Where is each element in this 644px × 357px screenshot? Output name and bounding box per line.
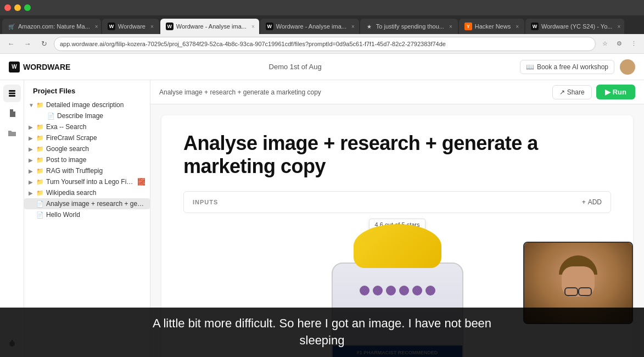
lego-emoji: 🧱 — [137, 178, 145, 186]
tree-item-exa[interactable]: ▶ 📁 Exa -- Search — [24, 121, 150, 132]
tab-close-w2[interactable]: × — [251, 24, 255, 30]
traffic-lights — [4, 4, 31, 11]
tab-wordware-analyse[interactable]: W Wordware - Analyse ima... × — [160, 19, 259, 34]
chevron-right-icon-exa: ▶ — [29, 124, 35, 130]
tab-favicon-amazon: 🛒 — [8, 23, 15, 30]
folder-icon-firecrawl: 📁 — [36, 135, 44, 142]
app-topbar-right: 📖 Book a free AI workshop — [520, 59, 635, 75]
tree-label-google: Google search — [46, 145, 145, 153]
folder-open-icon: 📁 — [36, 102, 44, 109]
tree-item-google[interactable]: ▶ 📁 Google search — [24, 143, 150, 154]
tree-label-firecrawl: FireCrawl Scrape — [46, 134, 145, 142]
project-panel-title: Project Files — [24, 87, 150, 99]
sidebar-icon-folder[interactable] — [3, 124, 21, 142]
book-workshop-button[interactable]: 📖 Book a free AI workshop — [520, 60, 614, 74]
sidebar-icon-file[interactable] — [3, 104, 21, 122]
main-toolbar: Analyse image + research + generate a ma… — [150, 80, 644, 104]
forward-button[interactable]: → — [21, 37, 34, 51]
tree-item-detailed-image[interactable]: ▼ 📁 Detailed image description — [24, 99, 150, 110]
run-label: Run — [613, 88, 626, 96]
tree-item-lego[interactable]: ▶ 📁 Turn Yourself into a Lego Figure 🧱 — [24, 176, 150, 187]
face-detail — [556, 255, 600, 310]
tab-wordware-yc[interactable]: W Wordware (YC S24) - Yo... × — [525, 19, 624, 34]
tab-close-w3[interactable]: × — [351, 24, 355, 30]
tab-justify[interactable]: ★ To justify spending thou... × — [360, 19, 458, 34]
back-button[interactable]: ← — [4, 37, 18, 51]
app-topbar: W WORDWARE Demo 1st of Aug 📖 Book a free… — [0, 54, 644, 80]
share-button[interactable]: ↗ Share — [552, 85, 592, 99]
tab-favicon-w4: W — [531, 23, 539, 30]
canvas-main-title: Analyse image + research + generate a ma… — [183, 132, 611, 178]
share-label: Share — [567, 88, 585, 96]
tree-item-rag[interactable]: ▶ 📁 RAG with Trufflepig — [24, 165, 150, 176]
tab-close-yc[interactable]: × — [617, 24, 620, 30]
extension-icon[interactable]: ⚙ — [613, 38, 625, 50]
tree-label-lego: Turn Yourself into a Lego Figure — [46, 178, 135, 186]
add-input-button[interactable]: + ADD — [582, 198, 602, 206]
tab-close-hn[interactable]: × — [516, 24, 519, 30]
close-button[interactable] — [4, 4, 11, 11]
book-icon: 📖 — [526, 63, 534, 71]
reload-button[interactable]: ↻ — [37, 37, 51, 51]
tree-label-wikipedia: Wikipedia search — [46, 189, 145, 197]
folder-icon-lego: 📁 — [36, 178, 44, 186]
folder-icon-post: 📁 — [36, 157, 44, 164]
subtitle-line1: A little bit more difficult. So here I g… — [153, 316, 491, 330]
tree-label-rag: RAG with Trufflepig — [46, 167, 145, 175]
breadcrumb: Analyse image + research + generate a ma… — [159, 88, 548, 96]
minimize-button[interactable] — [14, 4, 21, 11]
app-center-title: Demo 1st of Aug — [70, 63, 520, 71]
tree-item-describe-image[interactable]: 📄 Describe Image — [24, 110, 150, 121]
plus-icon: + — [582, 198, 586, 206]
tree-item-wikipedia[interactable]: ▶ 📁 Wikipedia search — [24, 187, 150, 198]
file-icon-hello: 📄 — [36, 211, 44, 219]
chevron-right-icon-post: ▶ — [29, 157, 35, 163]
tab-wordware1[interactable]: W Wordware × — [102, 19, 159, 34]
tree-item-analyse[interactable]: 📄 Analyse image + research + genera... — [24, 198, 150, 209]
glasses-right — [578, 287, 592, 296]
tree-label-describe-image: Describe Image — [57, 112, 145, 120]
tree-item-post-image[interactable]: ▶ 📁 Post to image — [24, 154, 150, 165]
tab-wordware-analyse2[interactable]: W Wordware - Analyse ima... × — [260, 19, 359, 34]
file-icon-analyse: 📄 — [36, 200, 44, 208]
user-avatar[interactable] — [620, 59, 635, 75]
tree-label-detailed-image: Detailed image description — [46, 101, 145, 109]
maximize-button[interactable] — [24, 4, 31, 11]
tree-label-analyse: Analyse image + research + genera... — [46, 200, 145, 208]
tab-amazon[interactable]: 🛒 Amazon.com: Nature Ma... × — [2, 19, 101, 34]
chevron-down-icon: ▼ — [29, 102, 35, 108]
wordware-logo-label: WORDWARE — [23, 63, 70, 71]
tree-item-firecrawl[interactable]: ▶ 📁 FireCrawl Scrape — [24, 132, 150, 143]
chevron-right-icon-rag: ▶ — [29, 168, 35, 174]
share-icon: ↗ — [559, 88, 565, 96]
tab-close-w1[interactable]: × — [150, 24, 154, 30]
sidebar-icon-layers[interactable] — [3, 85, 21, 102]
face-glasses — [564, 287, 592, 296]
folder-icon-google: 📁 — [36, 146, 44, 153]
gummy-2 — [373, 286, 383, 295]
tab-favicon-w3: W — [266, 23, 273, 30]
gummy-5 — [412, 286, 422, 295]
tab-close-amazon[interactable]: × — [95, 24, 98, 30]
tab-label-yc: Wordware (YC S24) - Yo... — [541, 23, 612, 30]
tree-label-hello-world: Hello World — [46, 211, 145, 219]
tab-close-justify[interactable]: × — [449, 24, 452, 30]
bottle-cap — [354, 224, 441, 268]
tab-hackernews[interactable]: Y Hacker News × — [459, 19, 524, 34]
svg-rect-2 — [9, 95, 15, 97]
add-label: ADD — [588, 198, 602, 206]
wordware-logo-icon: W — [9, 62, 20, 72]
subtitles-bar: A little bit more difficult. So here I g… — [0, 308, 644, 357]
menu-icon[interactable]: ⋮ — [628, 38, 640, 50]
tree-item-hello-world[interactable]: 📄 Hello World — [24, 209, 150, 220]
tab-label-hn: Hacker News — [475, 23, 511, 30]
face-skin — [562, 266, 595, 297]
nav-bar: ← → ↻ app.wordware.ai/org/filip-kozera-7… — [0, 34, 644, 54]
bookmark-icon[interactable]: ☆ — [599, 38, 611, 50]
tab-label-w1: Wordware — [118, 23, 145, 30]
tab-label-amazon: Amazon.com: Nature Ma... — [18, 23, 90, 30]
tree-label-exa: Exa -- Search — [46, 123, 145, 131]
folder-icon-rag: 📁 — [36, 168, 44, 175]
address-bar[interactable]: app.wordware.ai/org/filip-kozera-7029c5/… — [54, 37, 596, 51]
run-button[interactable]: ▶ Run — [596, 85, 635, 99]
